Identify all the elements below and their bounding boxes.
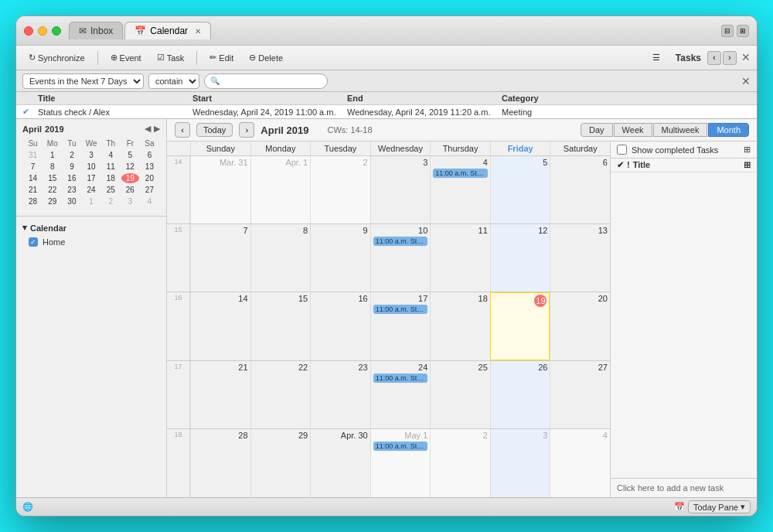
minimize-button[interactable]: [38, 26, 47, 36]
week-view-btn[interactable]: Week: [614, 123, 652, 137]
cal-day-mar31[interactable]: Mar. 31: [190, 156, 250, 223]
cal-day-19-today[interactable]: 19: [490, 292, 550, 360]
tasks-prev-btn[interactable]: ‹: [707, 51, 721, 65]
event-button[interactable]: ⊕ Event: [104, 51, 148, 64]
cal-day-apr30[interactable]: Apr. 30: [310, 429, 370, 497]
cal-next-btn[interactable]: ›: [239, 122, 254, 138]
maximize-button[interactable]: [52, 26, 61, 36]
sidebar-item-home[interactable]: ✓ Home: [16, 236, 166, 248]
cal-day-14[interactable]: 14: [190, 292, 250, 360]
filter-dropdown[interactable]: Events in the Next 7 Days: [22, 73, 144, 89]
cal-day-apr1[interactable]: Apr. 1: [250, 156, 311, 223]
cal-day-24[interactable]: 24 11:00 a.m. Status ...: [370, 361, 431, 428]
cal-day-20[interactable]: 20: [550, 292, 610, 360]
cal-day-28[interactable]: 28: [190, 429, 250, 497]
mini-day[interactable]: 7: [24, 162, 42, 172]
mini-day[interactable]: 18: [102, 173, 120, 183]
window-btn-1[interactable]: ⊟: [721, 25, 734, 37]
task-button[interactable]: ☑ Task: [151, 51, 191, 64]
mini-day[interactable]: 27: [141, 185, 158, 195]
cal-day-apr6[interactable]: 6: [550, 156, 610, 223]
mini-day[interactable]: 9: [63, 162, 80, 172]
cal-day-18[interactable]: 18: [430, 292, 490, 360]
search-input[interactable]: [204, 73, 328, 89]
mini-day[interactable]: 2: [102, 196, 120, 206]
multiweek-view-btn[interactable]: Multiweek: [653, 123, 708, 137]
mini-day[interactable]: 2: [63, 150, 80, 160]
mini-day[interactable]: 1: [43, 150, 61, 160]
cal-day-12[interactable]: 12: [490, 224, 550, 292]
mini-day[interactable]: 16: [63, 173, 80, 183]
mini-day-today[interactable]: 19: [121, 173, 139, 183]
tasks-close-btn[interactable]: ✕: [741, 51, 751, 65]
mini-day[interactable]: 3: [121, 196, 139, 206]
month-view-btn[interactable]: Month: [708, 123, 749, 137]
cal-day-7[interactable]: 7: [190, 224, 250, 292]
mini-day[interactable]: 28: [24, 196, 42, 206]
cal-day-11[interactable]: 11: [430, 224, 490, 292]
sync-button[interactable]: Synchronize: [22, 51, 91, 64]
cal-event[interactable]: 11:00 a.m. Status ...: [373, 373, 428, 383]
cal-day-26[interactable]: 26: [490, 361, 550, 428]
event-list-row[interactable]: ✔ Status check / Alex Wednesday, April 2…: [16, 105, 757, 118]
cal-day-may2[interactable]: 2: [430, 429, 490, 497]
calendar-section-header[interactable]: ▾ Calendar: [16, 220, 166, 236]
tasks-next-btn[interactable]: ›: [723, 51, 737, 65]
cal-day-25[interactable]: 25: [430, 361, 490, 428]
cal-day-apr4[interactable]: 4 11:00 a.m. Status ...: [430, 156, 490, 223]
close-button[interactable]: [24, 26, 33, 36]
tab-calendar[interactable]: 📅 Calendar ✕: [124, 22, 211, 39]
mini-day[interactable]: 12: [121, 162, 139, 172]
today-pane-button[interactable]: Today Pane ▾: [688, 500, 751, 513]
cal-day-17[interactable]: 17 11:00 a.m. Status ...: [370, 292, 431, 360]
edit-button[interactable]: ✏ Edit: [203, 51, 240, 64]
cal-event[interactable]: 11:00 a.m. Status ...: [373, 237, 428, 246]
mini-day[interactable]: 1: [82, 196, 100, 206]
mini-day[interactable]: 5: [121, 150, 139, 160]
mini-day[interactable]: 20: [141, 173, 158, 183]
condition-dropdown[interactable]: contain: [148, 73, 199, 89]
day-view-btn[interactable]: Day: [581, 123, 613, 137]
cal-event[interactable]: 11:00 a.m. Status ...: [433, 169, 488, 178]
mini-day[interactable]: 3: [82, 150, 100, 160]
mini-day[interactable]: 11: [102, 162, 120, 172]
mini-day[interactable]: 30: [63, 196, 80, 206]
cal-event[interactable]: 11:00 a.m. Status ...: [373, 305, 428, 314]
tab-inbox[interactable]: ✉ Inbox: [69, 22, 123, 39]
cal-prev-btn[interactable]: ‹: [175, 122, 190, 138]
cal-day-may1[interactable]: May 1 11:00 a.m. Status ...: [370, 429, 431, 497]
mini-day[interactable]: 23: [63, 185, 80, 195]
cal-day-apr3[interactable]: 3: [370, 156, 431, 223]
cal-day-10[interactable]: 10 11:00 a.m. Status ...: [370, 224, 431, 292]
mini-day[interactable]: 15: [43, 173, 61, 183]
cal-day-27[interactable]: 27: [550, 361, 610, 428]
filter-close-btn[interactable]: ✕: [741, 75, 751, 87]
show-completed-checkbox[interactable]: [617, 145, 627, 155]
cal-day-9[interactable]: 9: [310, 224, 370, 292]
cal-day-15[interactable]: 15: [250, 292, 311, 360]
cal-day-29[interactable]: 29: [250, 429, 311, 497]
cal-day-apr2[interactable]: 2: [310, 156, 370, 223]
cal-day-21[interactable]: 21: [190, 361, 250, 428]
mini-cal-next[interactable]: ▶: [154, 124, 160, 134]
home-calendar-checkbox[interactable]: ✓: [29, 237, 38, 247]
cal-day-8[interactable]: 8: [250, 224, 311, 292]
mini-day[interactable]: 21: [24, 185, 42, 195]
cal-day-13[interactable]: 13: [550, 224, 610, 292]
mini-day[interactable]: 17: [82, 173, 100, 183]
mini-day[interactable]: 6: [141, 150, 158, 160]
cal-day-apr5[interactable]: 5: [490, 156, 550, 223]
cal-day-may4[interactable]: 4: [550, 429, 610, 497]
mini-day[interactable]: 26: [121, 185, 139, 195]
add-task-footer[interactable]: Click here to add a new task: [611, 478, 757, 497]
mini-day[interactable]: 22: [43, 185, 61, 195]
mini-day[interactable]: 25: [102, 185, 120, 195]
tab-close-icon[interactable]: ✕: [195, 27, 201, 36]
mini-day[interactable]: 29: [43, 196, 61, 206]
mini-day[interactable]: 14: [24, 173, 42, 183]
menu-button[interactable]: ☰: [646, 51, 666, 64]
cal-event[interactable]: 11:00 a.m. Status ...: [373, 442, 428, 451]
cal-day-16[interactable]: 16: [310, 292, 370, 360]
mini-cal-prev[interactable]: ◀: [145, 124, 151, 134]
window-btn-2[interactable]: ⊞: [737, 25, 749, 37]
